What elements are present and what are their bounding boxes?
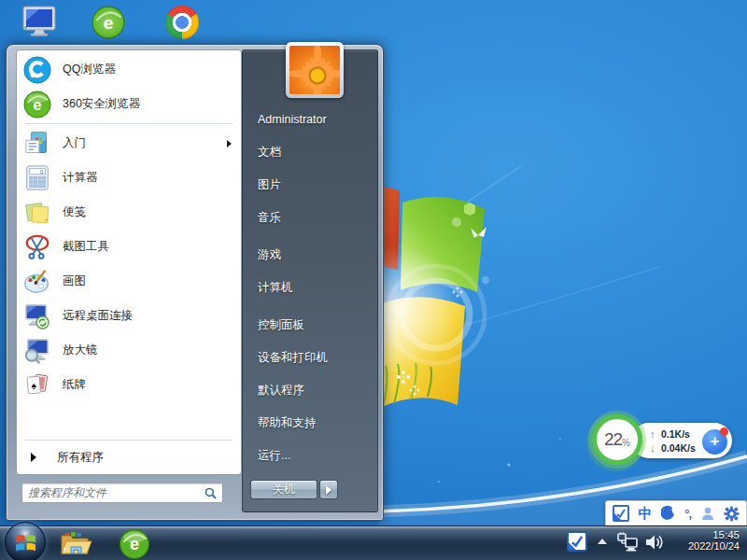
menu-item-paint[interactable]: 画图 — [17, 264, 241, 299]
paint-icon — [23, 268, 51, 296]
all-programs-arrow-icon — [31, 453, 36, 462]
clock-date: 2022/10/24 — [654, 540, 740, 552]
calculator-icon: 0 — [23, 164, 51, 192]
menu-item-label: 画图 — [63, 273, 86, 289]
solitaire-icon: ♠ — [23, 371, 51, 399]
magnifier-icon — [23, 337, 51, 365]
desktop-icon-chrome[interactable] — [165, 6, 199, 39]
menu-item-calculator[interactable]: 0 计算器 — [17, 161, 241, 195]
menu-item-label: 计算器 — [63, 170, 98, 186]
menu-item-getting-started[interactable]: 入门 — [17, 126, 241, 161]
separator — [25, 440, 233, 441]
menu-item-devices-printers[interactable]: 设备和打印机 — [243, 342, 377, 374]
360-safe-browser-icon: e — [23, 91, 51, 119]
all-programs-button[interactable]: 所有程序 — [17, 442, 241, 472]
search-input[interactable] — [22, 484, 204, 501]
qq-browser-icon — [23, 56, 51, 84]
ime-toolbar: 中 °, — [605, 500, 747, 525]
start-button[interactable] — [5, 522, 46, 560]
start-menu: QQ浏览器 e 360安全浏览器 — [6, 44, 384, 521]
start-menu-right-panel: Administrator 文档 图片 音乐 游戏 计算机 控制面板 设备和打印… — [242, 49, 378, 512]
menu-item-documents[interactable]: 文档 — [243, 136, 377, 169]
menu-item-magnifier[interactable]: 放大镜 — [17, 333, 241, 368]
menu-item-games[interactable]: 游戏 — [243, 239, 377, 272]
download-arrow-icon: ↓ — [650, 442, 661, 454]
search-box — [21, 483, 223, 503]
sticky-notes-icon — [23, 199, 51, 227]
chrome-icon — [165, 6, 199, 39]
remote-desktop-icon — [23, 302, 51, 330]
clock-time: 15:45 — [654, 529, 740, 540]
avatar-flower-image — [289, 46, 340, 94]
menu-item-label: 入门 — [63, 135, 86, 151]
menu-item-pictures[interactable]: 图片 — [243, 169, 377, 202]
separator — [252, 306, 368, 307]
svg-text:e: e — [104, 13, 114, 33]
snipping-tool-icon — [23, 233, 51, 261]
download-speed: 0.04K/s — [661, 442, 696, 454]
menu-item-qq-browser[interactable]: QQ浏览器 — [17, 52, 241, 87]
user-name[interactable]: Administrator — [243, 104, 377, 136]
usage-percent-sign: % — [622, 438, 630, 448]
menu-item-label: 纸牌 — [63, 377, 86, 393]
show-hidden-icons-button[interactable] — [598, 539, 607, 544]
tray-clock[interactable]: 15:45 2022/10/24 — [654, 529, 740, 552]
memory-usage-ball[interactable]: 22 % — [592, 414, 642, 465]
plus-icon: + — [711, 432, 720, 450]
menu-item-label: 截图工具 — [63, 239, 109, 255]
user-avatar[interactable] — [286, 42, 344, 98]
spacer — [17, 402, 241, 438]
notification-dot — [720, 427, 728, 436]
network-icon — [616, 532, 639, 553]
ime-punctuation-toggle[interactable]: °, — [684, 503, 691, 524]
windows-explorer-icon — [58, 528, 93, 558]
shutdown-arrow-icon — [326, 485, 331, 495]
tray-ime-icon[interactable] — [567, 531, 587, 552]
getting-started-icon — [23, 130, 51, 158]
desktop-icon-360-browser[interactable]: e — [92, 6, 125, 39]
menu-item-label: 360安全浏览器 — [63, 96, 140, 112]
menu-item-360-browser[interactable]: e 360安全浏览器 — [17, 87, 241, 121]
ime-skin-user-icon[interactable] — [700, 503, 715, 524]
menu-item-label: 便笺 — [63, 204, 86, 220]
windows7-desktop: e QQ浏览器 e 36 — [0, 0, 747, 560]
menu-item-sticky-notes[interactable]: 便笺 — [17, 195, 241, 230]
svg-text:e: e — [34, 96, 42, 112]
ime-logo-icon[interactable] — [613, 505, 629, 522]
menu-item-run[interactable]: 运行... — [243, 440, 377, 472]
all-programs-label: 所有程序 — [57, 450, 104, 466]
taskbar-explorer-button[interactable] — [58, 528, 93, 558]
search-icon[interactable] — [204, 487, 217, 499]
menu-item-control-panel[interactable]: 控制面板 — [243, 309, 377, 342]
shutdown-options-button[interactable] — [319, 480, 338, 499]
tray-network-button[interactable] — [616, 532, 639, 553]
taskbar-360-browser-button[interactable]: e — [119, 528, 150, 560]
menu-item-remote-desktop[interactable]: 远程桌面连接 — [17, 299, 241, 333]
start-menu-left-panel: QQ浏览器 e 360安全浏览器 — [16, 49, 242, 475]
shutdown-label: 关机 — [273, 482, 295, 497]
shutdown-button[interactable]: 关机 — [250, 480, 317, 499]
menu-item-solitaire[interactable]: ♠ 纸牌 — [17, 368, 241, 402]
menu-item-snipping-tool[interactable]: 截图工具 — [17, 230, 241, 264]
menu-item-label: 远程桌面连接 — [63, 308, 133, 324]
ime-language-toggle[interactable]: 中 — [638, 503, 652, 524]
360-browser-icon: e — [92, 6, 125, 39]
usage-percent: 22 — [604, 429, 622, 450]
computer-icon — [21, 6, 58, 37]
svg-text:0: 0 — [40, 168, 43, 174]
submenu-arrow-icon — [227, 140, 232, 147]
menu-item-music[interactable]: 音乐 — [243, 202, 377, 234]
menu-item-help-support[interactable]: 帮助和支持 — [243, 407, 377, 440]
menu-item-label: QQ浏览器 — [63, 62, 116, 77]
ime-fullwidth-moon-icon[interactable] — [661, 503, 676, 524]
desktop-icon-computer[interactable] — [21, 6, 58, 37]
separator — [25, 123, 233, 124]
360-browser-icon: e — [119, 528, 150, 560]
separator — [252, 236, 368, 237]
svg-text:e: e — [130, 535, 139, 553]
menu-item-computer[interactable]: 计算机 — [243, 272, 377, 304]
menu-item-label: 放大镜 — [63, 343, 98, 358]
windows-flag-icon — [15, 533, 36, 553]
ime-settings-gear-icon[interactable] — [724, 503, 740, 524]
menu-item-default-programs[interactable]: 默认程序 — [243, 374, 377, 407]
